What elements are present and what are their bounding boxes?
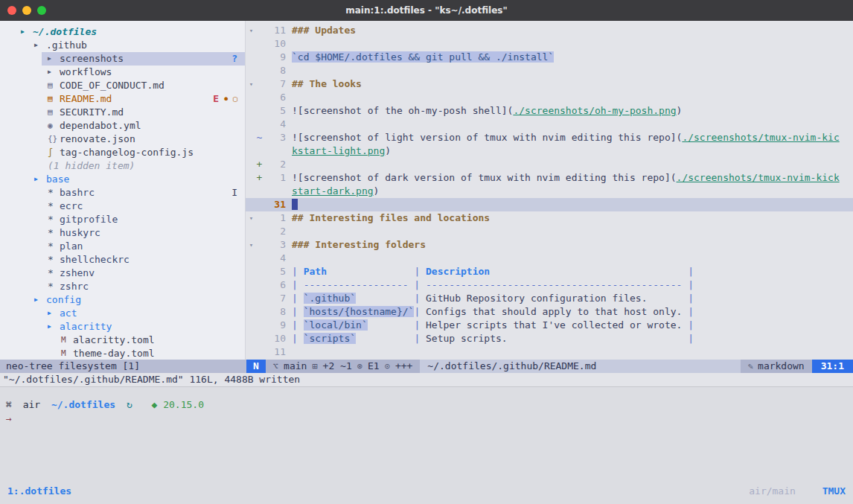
editor-line[interactable]: 31 [246, 198, 853, 211]
statusline: neo-tree filesystem [1] N ⌥ main ⊞ +2 ~1… [0, 360, 853, 373]
editor-line[interactable]: kstart-light.png) [246, 144, 853, 158]
fold-column [246, 144, 255, 158]
tmux-window-tab[interactable]: 1:.dotfiles [7, 485, 71, 497]
text-segment: ![screenshot of the oh-my-posh shell]( [292, 105, 513, 116]
neo-tree-sidebar[interactable]: ▶~/.dotfiles▶.github▶screenshots?▶workfl… [0, 21, 246, 360]
editor-line[interactable]: 9`cd $HOME/.dotfiles && git pull && ./in… [246, 51, 853, 64]
editor-line[interactable]: +1![screenshot of dark version of tmux w… [246, 171, 853, 185]
line-number: 2 [263, 225, 286, 238]
sign-column [255, 37, 263, 51]
editor-line[interactable]: ▾7## The looks [246, 77, 853, 91]
editor-line[interactable]: 10| `scripts` | Setup scripts. | [246, 332, 853, 345]
editor-line[interactable]: 4 [246, 118, 853, 131]
line-text: ![screenshot of the oh-my-posh shell](./… [286, 104, 853, 118]
text-segment: | [292, 293, 304, 304]
tree-item-label: config [46, 293, 81, 307]
editor-line[interactable]: +2 [246, 158, 853, 171]
tree-item-code-of-conduct-md[interactable]: ▤CODE_OF_CONDUCT.md [0, 79, 245, 92]
tree-item-screenshots[interactable]: ▶screenshots? [0, 52, 245, 66]
text-segment: ## Interesting files and locations [292, 212, 490, 223]
close-button[interactable] [7, 6, 16, 15]
tree-item-gitprofile[interactable]: *gitprofile [0, 213, 245, 226]
sign-column [255, 319, 263, 332]
editor-line[interactable]: 7| `.github` | GitHub Repository configu… [246, 292, 853, 305]
tree-item-plan[interactable]: *plan [0, 240, 245, 253]
tree-item-shellcheckrc[interactable]: *shellcheckrc [0, 253, 245, 267]
text-segment: GitHub Repository configuration files. [426, 293, 647, 304]
editor-line[interactable]: 5| Path | Description | [246, 265, 853, 278]
text-segment: | [292, 266, 304, 277]
tree-item-config[interactable]: ▶config [0, 293, 245, 307]
tree-item-workflows[interactable]: ▶workflows [0, 66, 245, 79]
node-icon: ◆ [152, 399, 158, 410]
line-number: 4 [263, 252, 286, 265]
tree-item-zshenv[interactable]: *zshenv [0, 267, 245, 280]
window-title: main:1:.dotfiles - "ks~/.dotfiles" [0, 0, 853, 21]
tree-item-github[interactable]: ▶.github [0, 39, 245, 52]
editor-line[interactable]: 9| `local/bin` | Helper scripts that I'v… [246, 319, 853, 332]
tree-item-label: dependabot.yml [60, 119, 141, 133]
editor-line[interactable]: 2 [246, 225, 853, 238]
sign-column [255, 278, 263, 292]
line-text: | Path | Description | [286, 265, 853, 278]
editor-line[interactable]: 8| `hosts/{hostname}/`| Configs that sho… [246, 305, 853, 319]
line-number: 1 [263, 171, 286, 185]
tree-item-dotfiles[interactable]: ▶~/.dotfiles [0, 25, 245, 39]
zoom-button[interactable] [37, 6, 46, 15]
text-segment: ) [374, 185, 380, 197]
tmux-statusbar: 1:.dotfiles air/main TMUX [0, 485, 853, 497]
tree-item-tag-changelog-config-js[interactable]: ∫tag-changelog-config.js [0, 146, 245, 159]
git-changed-sign: ~ [255, 131, 263, 144]
tree-item-renovate-json[interactable]: {}renovate.json [0, 133, 245, 146]
editor-line[interactable]: 6 [246, 91, 853, 104]
editor-line[interactable]: 6| ------------------ | ----------------… [246, 278, 853, 292]
line-number: 11 [263, 345, 286, 359]
line-number: 8 [263, 64, 286, 77]
tree-item-alacritty-toml[interactable]: Malacritty.toml [0, 334, 245, 347]
editor-line[interactable]: 5![screenshot of the oh-my-posh shell](.… [246, 104, 853, 118]
editor-line[interactable]: start-dark.png) [246, 185, 853, 198]
tree-item-huskyrc[interactable]: *huskyrc [0, 226, 245, 240]
tree-item-label: .github [46, 39, 87, 52]
tree-item-base[interactable]: ▶base [0, 173, 245, 186]
fold-column [246, 37, 255, 51]
tree-item-theme-day-toml[interactable]: Mtheme-day.toml [0, 347, 245, 360]
line-text: ### Updates [286, 24, 853, 37]
tree-item-security-md[interactable]: ▤SECURITY.md [0, 106, 245, 119]
editor-line[interactable]: 10 [246, 37, 853, 51]
line-text: ## Interesting files and locations [286, 211, 853, 225]
sign-column [255, 305, 263, 319]
tree-item-bashrc[interactable]: *bashrcI [0, 186, 245, 200]
shell-pane[interactable]: ⌘ air ~/.dotfiles ↻ ◆ 20.15.0 → 1:.dotfi… [0, 386, 853, 504]
text-segment: start-dark.png [292, 185, 374, 197]
tree-item-alacritty[interactable]: ▶alacritty [0, 320, 245, 334]
text-segment: ## The looks [292, 78, 362, 89]
tree-item-1-hidden-item[interactable]: (1 hidden item) [0, 159, 245, 173]
editor-line[interactable]: ▾3### Interesting folders [246, 238, 853, 252]
editor-line[interactable]: ~3![screenshot of light version of tmux … [246, 131, 853, 144]
tree-item-zshrc[interactable]: *zshrc [0, 280, 245, 293]
fold-column [246, 91, 255, 104]
fold-column [246, 319, 255, 332]
line-number: 11 [263, 24, 286, 37]
editor-line[interactable]: 4 [246, 252, 853, 265]
fold-column [246, 131, 255, 144]
error-badge: E [213, 92, 219, 106]
tree-item-label: screenshots [60, 52, 124, 66]
statusline-filepath: ~/.dotfiles/.github/README.md [420, 360, 740, 373]
editor-buffer[interactable]: ▾11### Updates109`cd $HOME/.dotfiles && … [246, 21, 853, 360]
tree-item-readme-md[interactable]: ▤README.mdE●▢ [0, 92, 245, 106]
prompt-path: ~/.dotfiles [51, 399, 115, 410]
editor-line[interactable]: 8 [246, 64, 853, 77]
editor-line[interactable]: 11 [246, 345, 853, 359]
line-number: 7 [263, 77, 286, 91]
tree-item-ecrc[interactable]: *ecrc [0, 200, 245, 213]
tree-item-act[interactable]: ▶act [0, 307, 245, 320]
editor-line[interactable]: ▾11### Updates [246, 24, 853, 37]
text-segment: | [414, 319, 426, 331]
text-segment: `.github` [304, 293, 356, 304]
editor-line[interactable]: ▾1## Interesting files and locations [246, 211, 853, 225]
minimize-button[interactable] [22, 6, 31, 15]
text-segment: Configs that should apply to that host o… [426, 306, 682, 317]
tree-item-dependabot-yml[interactable]: ◉dependabot.yml [0, 119, 245, 133]
